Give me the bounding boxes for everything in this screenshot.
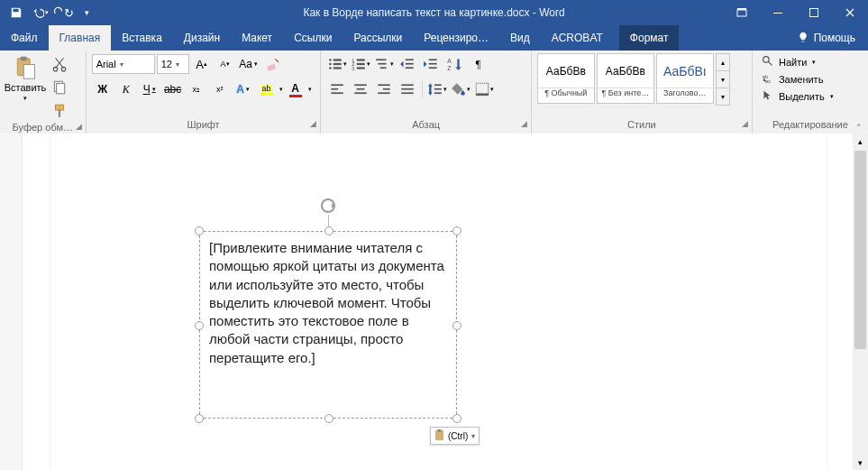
grow-font-button[interactable]: A▴ bbox=[191, 53, 213, 75]
tab-review[interactable]: Рецензиро… bbox=[413, 25, 499, 51]
collapse-ribbon-button[interactable]: ⌃ bbox=[852, 121, 866, 134]
gallery-down-button[interactable]: ▾ bbox=[717, 71, 729, 88]
undo-button[interactable]: ▾ bbox=[29, 2, 50, 23]
superscript-button[interactable]: x² bbox=[209, 78, 231, 100]
sort-button[interactable]: AZ bbox=[443, 53, 465, 75]
paste-options-button[interactable]: (Ctrl) ▾ bbox=[430, 427, 480, 445]
align-center-button[interactable] bbox=[350, 78, 371, 100]
redo-button[interactable]: ↻ bbox=[52, 2, 74, 23]
format-painter-button[interactable] bbox=[49, 100, 70, 122]
show-marks-button[interactable]: ¶ bbox=[467, 53, 489, 75]
qat-customize-button[interactable]: ▾ bbox=[76, 2, 97, 23]
svg-rect-13 bbox=[267, 64, 276, 71]
style-item-nospacing[interactable]: АаБбВв ¶ Без инте… bbox=[597, 53, 654, 104]
bullets-button[interactable]: ▾ bbox=[326, 53, 348, 75]
gallery-more-button[interactable]: ▾ bbox=[717, 88, 729, 105]
find-button[interactable]: Найти ▾ bbox=[758, 53, 819, 70]
tab-mailings[interactable]: Рассылки bbox=[343, 25, 413, 51]
copy-button[interactable] bbox=[49, 77, 70, 98]
shading-button[interactable]: ▾ bbox=[450, 78, 471, 100]
align-right-button[interactable] bbox=[373, 78, 395, 100]
svg-rect-12 bbox=[59, 110, 60, 117]
svg-rect-1 bbox=[737, 8, 746, 10]
justify-button[interactable] bbox=[397, 78, 418, 100]
tab-references[interactable]: Ссылки bbox=[283, 25, 343, 51]
italic-button[interactable]: К bbox=[115, 78, 137, 100]
style-item-normal[interactable]: АаБбВв ¶ Обычный bbox=[537, 53, 595, 104]
window-controls bbox=[724, 0, 868, 25]
font-size-select[interactable]: 12 ▾ bbox=[157, 54, 189, 74]
style-item-heading1[interactable]: АаБбВı Заголово… bbox=[656, 53, 714, 104]
text-box[interactable]: [Привлеките внимание читателя с помощью … bbox=[199, 231, 457, 419]
minimize-button[interactable] bbox=[760, 0, 796, 25]
font-launcher[interactable]: ◢ bbox=[310, 119, 316, 128]
scroll-track[interactable] bbox=[853, 149, 868, 455]
subscript-button[interactable]: x₂ bbox=[186, 78, 207, 100]
decrease-indent-button[interactable] bbox=[397, 53, 418, 75]
resize-handle-s[interactable] bbox=[324, 414, 333, 423]
group-label-styles: Стили ◢ bbox=[537, 119, 746, 134]
paragraph-launcher[interactable]: ◢ bbox=[521, 119, 527, 128]
clear-formatting-button[interactable] bbox=[261, 53, 283, 75]
ribbon-display-options-button[interactable] bbox=[724, 0, 760, 25]
resize-handle-nw[interactable] bbox=[195, 226, 204, 235]
resize-handle-se[interactable] bbox=[452, 414, 461, 423]
tell-me-label: Помощь bbox=[814, 32, 855, 44]
resize-handle-w[interactable] bbox=[195, 321, 204, 330]
tab-home[interactable]: Главная bbox=[49, 25, 112, 51]
text-box-content[interactable]: [Привлеките внимание читателя с помощью … bbox=[199, 231, 457, 419]
resize-handle-sw[interactable] bbox=[195, 414, 204, 423]
font-color-button[interactable]: A bbox=[285, 78, 306, 100]
text-effects-button[interactable]: A▾ bbox=[233, 78, 254, 100]
cursor-icon bbox=[762, 89, 773, 103]
styles-launcher[interactable]: ◢ bbox=[742, 119, 748, 128]
clipboard-launcher[interactable]: ◢ bbox=[76, 122, 82, 131]
gallery-up-button[interactable]: ▴ bbox=[717, 54, 729, 71]
font-name-select[interactable]: Arial ▾ bbox=[92, 54, 155, 74]
change-case-button[interactable]: Aa▾ bbox=[238, 53, 260, 75]
svg-rect-58 bbox=[436, 430, 443, 439]
line-spacing-button[interactable]: ▾ bbox=[426, 78, 448, 100]
svg-rect-37 bbox=[332, 84, 344, 86]
strikethrough-button[interactable]: abc bbox=[162, 78, 184, 100]
tab-design[interactable]: Дизайн bbox=[173, 25, 231, 51]
tab-format[interactable]: Формат bbox=[619, 25, 680, 51]
ribbon-tabs: Файл Главная Вставка Дизайн Макет Ссылки… bbox=[0, 25, 868, 51]
borders-button[interactable]: ▾ bbox=[473, 78, 495, 100]
multilevel-list-button[interactable]: ▾ bbox=[373, 53, 395, 75]
tab-acrobat[interactable]: ACROBAT bbox=[541, 25, 614, 51]
numbering-button[interactable]: 123▾ bbox=[350, 53, 371, 75]
increase-indent-button[interactable] bbox=[420, 53, 442, 75]
resize-handle-e[interactable] bbox=[452, 321, 461, 330]
document-area[interactable]: [Привлеките внимание читателя с помощью … bbox=[23, 134, 853, 470]
align-left-button[interactable] bbox=[326, 78, 348, 100]
paste-button[interactable]: Вставить ▾ bbox=[5, 53, 45, 102]
tell-me-button[interactable]: Помощь bbox=[785, 25, 868, 51]
vertical-scrollbar[interactable]: ▴ ▾ bbox=[853, 134, 868, 470]
svg-rect-10 bbox=[57, 84, 65, 94]
tab-insert[interactable]: Вставка bbox=[111, 25, 173, 51]
resize-handle-n[interactable] bbox=[324, 226, 333, 235]
cut-button[interactable] bbox=[49, 53, 70, 75]
tab-file[interactable]: Файл bbox=[0, 25, 49, 51]
rotate-handle[interactable] bbox=[319, 197, 337, 215]
group-font: Arial ▾ 12 ▾ A▴ A▾ Aa▾ Ж К Ч▾ abc x₂ bbox=[87, 51, 322, 134]
search-icon bbox=[762, 55, 773, 69]
separator bbox=[422, 80, 423, 98]
select-button[interactable]: Выделить ▾ bbox=[758, 88, 837, 105]
close-button[interactable] bbox=[832, 0, 868, 25]
bold-button[interactable]: Ж bbox=[92, 78, 114, 100]
scroll-down-button[interactable]: ▾ bbox=[853, 455, 868, 470]
save-icon[interactable] bbox=[5, 2, 27, 23]
replace-button[interactable]: abac Заменить bbox=[758, 70, 827, 88]
scroll-up-button[interactable]: ▴ bbox=[853, 134, 868, 149]
underline-button[interactable]: Ч▾ bbox=[139, 78, 160, 100]
tab-view[interactable]: Вид bbox=[499, 25, 541, 51]
shrink-font-button[interactable]: A▾ bbox=[215, 53, 236, 75]
svg-rect-48 bbox=[402, 92, 415, 94]
highlight-button[interactable]: ab bbox=[256, 78, 278, 100]
tab-layout[interactable]: Макет bbox=[231, 25, 283, 51]
scroll-thumb[interactable] bbox=[854, 151, 866, 349]
maximize-button[interactable] bbox=[796, 0, 832, 25]
resize-handle-ne[interactable] bbox=[452, 226, 461, 235]
